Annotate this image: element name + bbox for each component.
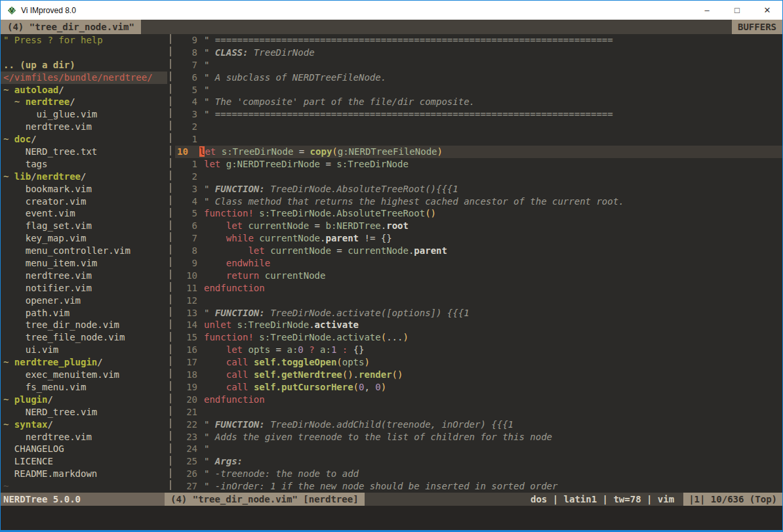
- tree-item-bookmark-vim[interactable]: bookmark.vim: [3, 183, 167, 195]
- nerdtree-up-dir[interactable]: .. (up a dir): [3, 59, 167, 72]
- code-line[interactable]: 9 endwhile: [175, 257, 782, 270]
- code-line[interactable]: 12: [175, 295, 782, 307]
- code-line[interactable]: 21: [175, 406, 782, 419]
- line-number: 25: [175, 455, 204, 468]
- close-button[interactable]: ✕: [752, 1, 782, 20]
- statusline: NERDTree 5.0.0 (4) "tree_dir_node.vim" […: [1, 493, 782, 506]
- code-line[interactable]: 7 while currentNode.parent != {}: [175, 232, 782, 245]
- line-number: 7: [175, 59, 204, 72]
- tree-item-ui-glue-vim[interactable]: ui_glue.vim: [3, 108, 167, 121]
- tree-item-ui-vim[interactable]: ui.vim: [3, 344, 167, 356]
- line-number: 18: [175, 369, 204, 381]
- code-line[interactable]: 19 call self.putCursorHere(0, 0): [175, 381, 782, 394]
- tree-item-menu-item-vim[interactable]: menu_item.vim: [3, 257, 167, 270]
- tree-item-tree-dir-node-vim[interactable]: tree_dir_node.vim: [3, 319, 167, 331]
- code-line[interactable]: 3" FUNCTION: TreeDirNode.AbsoluteTreeRoo…: [175, 183, 782, 195]
- tree-item-creator-vim[interactable]: creator.vim: [3, 195, 167, 208]
- tree-item-menu-controller-vim[interactable]: menu_controller.vim: [3, 245, 167, 257]
- tree-item-nerd-tree-txt[interactable]: NERD_tree.txt: [3, 146, 167, 158]
- code-line[interactable]: 5function! s:TreeDirNode.AbsoluteTreeRoo…: [175, 207, 782, 220]
- code-line[interactable]: 9" =====================================…: [175, 34, 782, 47]
- code-text: " Args:: [204, 455, 782, 468]
- code-line[interactable]: 8" CLASS: TreeDirNode: [175, 47, 782, 59]
- line-number: 7: [175, 232, 204, 245]
- code-line[interactable]: 23" Adds the given treenode to the list …: [175, 431, 782, 443]
- tree-item-readme-markdown[interactable]: README.markdown: [3, 468, 167, 480]
- maximize-button[interactable]: □: [722, 1, 752, 20]
- code-line[interactable]: 22" FUNCTION: TreeDirNode.addChild(treen…: [175, 419, 782, 431]
- tree-item-nerdtree-vim[interactable]: nerdtree.vim: [3, 121, 167, 133]
- tree-item-nerd-tree-vim[interactable]: NERD_tree.vim: [3, 406, 167, 419]
- line-number: 27: [175, 480, 204, 493]
- split-separator[interactable]: [167, 34, 175, 493]
- code-text: call self.getNerdtree().render(): [204, 369, 782, 381]
- code-line[interactable]: 3" =====================================…: [175, 108, 782, 121]
- tree-item-doc[interactable]: ~ doc/: [3, 133, 167, 146]
- tree-item-path-vim[interactable]: path.vim: [3, 307, 167, 319]
- code-line[interactable]: 27" -inOrder: 1 if the new node should b…: [175, 480, 782, 493]
- code-line[interactable]: 15function! s:TreeDirNode.activate(...): [175, 331, 782, 344]
- code-line[interactable]: 4" Class method that returns the highest…: [175, 195, 782, 208]
- code-line[interactable]: 5": [175, 84, 782, 96]
- tree-item-tags[interactable]: tags: [3, 158, 167, 171]
- code-text: " -treenode: the node to add: [204, 468, 782, 480]
- code-line[interactable]: 14unlet s:TreeDirNode.activate: [175, 319, 782, 331]
- tree-item-flag-set-vim[interactable]: flag_set.vim: [3, 220, 167, 232]
- tab-tree-dir-node[interactable]: (4) "tree_dir_node.vim": [1, 20, 141, 34]
- code-text: let opts = a:0 ? a:1 : {}: [204, 344, 782, 356]
- tree-item-event-vim[interactable]: event.vim: [3, 207, 167, 220]
- statusline-nerdtree: NERDTree 5.0.0: [1, 493, 165, 506]
- minimize-button[interactable]: –: [692, 1, 722, 20]
- code-line[interactable]: 4" The 'composite' part of the file/dir …: [175, 96, 782, 108]
- code-line[interactable]: 24": [175, 443, 782, 455]
- line-number: 26: [175, 468, 204, 480]
- code-text: call self.putCursorHere(0, 0): [204, 381, 782, 394]
- tree-item-opener-vim[interactable]: opener.vim: [3, 295, 167, 307]
- line-number: 16: [175, 344, 204, 356]
- code-line[interactable]: 7": [175, 59, 782, 72]
- blank-line: [3, 47, 167, 59]
- line-number: 15: [175, 331, 204, 344]
- code-line[interactable]: 8 let currentNode = currentNode.parent: [175, 245, 782, 257]
- code-line[interactable]: 6 let currentNode = b:NERDTree.root: [175, 220, 782, 232]
- code-line[interactable]: 26" -treenode: the node to add: [175, 468, 782, 480]
- code-line[interactable]: 16 let opts = a:0 ? a:1 : {}: [175, 344, 782, 356]
- code-line-current[interactable]: 10let s:TreeDirNode = copy(g:NERDTreeFil…: [175, 146, 782, 158]
- tree-item-tree-file-node-vim[interactable]: tree_file_node.vim: [3, 331, 167, 344]
- code-line[interactable]: 11endfunction: [175, 282, 782, 295]
- line-number: 12: [175, 295, 204, 307]
- code-text: endfunction: [204, 394, 782, 406]
- tree-item-key-map-vim[interactable]: key_map.vim: [3, 232, 167, 245]
- code-line[interactable]: 13" FUNCTION: TreeDirNode.activate([opti…: [175, 307, 782, 319]
- tree-item-plugin[interactable]: ~ plugin/: [3, 394, 167, 406]
- code-line[interactable]: 25" Args:: [175, 455, 782, 468]
- code-line[interactable]: 10 return currentNode: [175, 270, 782, 282]
- code-line[interactable]: 18 call self.getNerdtree().render(): [175, 369, 782, 381]
- line-number: 4: [175, 96, 204, 108]
- tree-item-exec-menuitem-vim[interactable]: exec_menuitem.vim: [3, 369, 167, 381]
- code-line[interactable]: 1let g:NERDTreeDirNode = s:TreeDirNode: [175, 158, 782, 171]
- line-number: 21: [175, 406, 204, 419]
- code-text: ": [204, 443, 782, 455]
- code-line[interactable]: 20endfunction: [175, 394, 782, 406]
- tree-item-changelog[interactable]: CHANGELOG: [3, 443, 167, 455]
- tree-item-nerdtree-plugin[interactable]: ~ nerdtree_plugin/: [3, 356, 167, 369]
- tree-item-nerdtree-vim[interactable]: nerdtree.vim: [3, 270, 167, 282]
- tree-item-lib-nerdtree[interactable]: ~ lib/nerdtree/: [3, 171, 167, 183]
- tree-item-autoload[interactable]: ~ autoload/: [3, 84, 167, 96]
- tree-item-syntax[interactable]: ~ syntax/: [3, 419, 167, 431]
- tree-item-nerdtree[interactable]: ~ nerdtree/: [3, 96, 167, 108]
- code-line[interactable]: 17 call self.toggleOpen(opts): [175, 356, 782, 369]
- nerdtree-root-path[interactable]: </vimfiles/bundle/nerdtree/: [3, 72, 167, 84]
- tree-item-notifier-vim[interactable]: notifier.vim: [3, 282, 167, 295]
- code-line[interactable]: 2: [175, 171, 782, 183]
- code-line[interactable]: 6" A subclass of NERDTreeFileNode.: [175, 72, 782, 84]
- code-line[interactable]: 2: [175, 121, 782, 133]
- svg-text:V: V: [10, 7, 14, 14]
- tree-item-licence[interactable]: LICENCE: [3, 455, 167, 468]
- tree-item-fs-menu-vim[interactable]: fs_menu.vim: [3, 381, 167, 394]
- editor-pane[interactable]: 9" =====================================…: [175, 34, 782, 493]
- code-line[interactable]: 1: [175, 133, 782, 146]
- tree-item-nerdtree-vim[interactable]: nerdtree.vim: [3, 431, 167, 443]
- command-line[interactable]: [1, 506, 782, 530]
